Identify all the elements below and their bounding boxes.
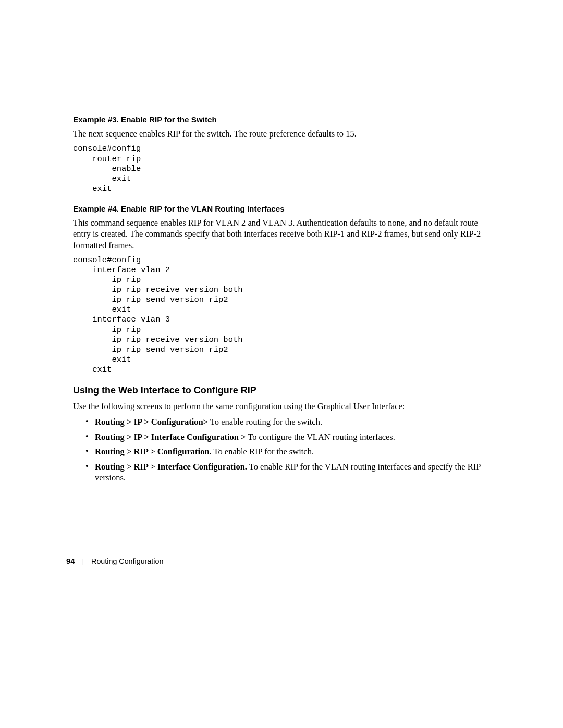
page-footer: 94 | Routing Configuration bbox=[66, 557, 163, 565]
example4-intro: This command sequence enables RIP for VL… bbox=[73, 217, 490, 251]
bullet-rest: To configure the VLAN routing interfaces… bbox=[246, 432, 395, 442]
example3-intro: The next sequence enables RIP for the sw… bbox=[73, 128, 490, 139]
page-content: Example #3. Enable RIP for the Switch Th… bbox=[0, 0, 563, 483]
example4-heading: Example #4. Enable RIP for the VLAN Rout… bbox=[73, 204, 490, 213]
example3-code: console#config router rip enable exit ex… bbox=[73, 144, 490, 193]
bullet-item: Routing > RIP > Configuration. To enable… bbox=[85, 446, 490, 457]
web-section-heading: Using the Web Interface to Configure RIP bbox=[73, 385, 490, 396]
bullet-rest: To enable RIP for the switch. bbox=[212, 447, 314, 456]
bullet-bold: Routing > IP > Interface Configuration > bbox=[95, 432, 246, 442]
bullet-item: Routing > IP > Configuration> To enable … bbox=[85, 416, 490, 427]
bullet-rest: To enable routing for the switch. bbox=[208, 417, 322, 427]
bullet-item: Routing > IP > Interface Configuration >… bbox=[85, 431, 490, 442]
bullet-bold: Routing > RIP > Interface Configuration. bbox=[95, 462, 247, 472]
page-number: 94 bbox=[66, 557, 75, 565]
example4-code: console#config interface vlan 2 ip rip i… bbox=[73, 255, 490, 375]
bullet-bold: Routing > RIP > Configuration. bbox=[95, 447, 212, 456]
example3-heading: Example #3. Enable RIP for the Switch bbox=[73, 115, 490, 124]
footer-separator: | bbox=[82, 557, 84, 565]
web-section-bullets: Routing > IP > Configuration> To enable … bbox=[73, 416, 490, 483]
bullet-item: Routing > RIP > Interface Configuration.… bbox=[85, 461, 490, 484]
footer-title: Routing Configuration bbox=[91, 557, 163, 565]
web-section-intro: Use the following screens to perform the… bbox=[73, 401, 490, 412]
bullet-bold: Routing > IP > Configuration> bbox=[95, 417, 208, 427]
